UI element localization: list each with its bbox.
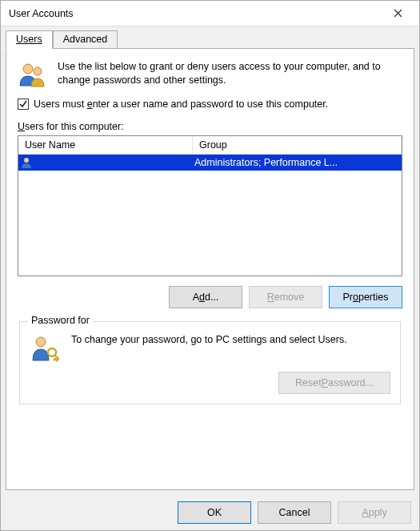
tab-label: Users xyxy=(16,34,42,45)
add-button[interactable]: Add... xyxy=(169,286,242,308)
list-header: User Name Group xyxy=(18,136,402,155)
key-user-icon xyxy=(30,333,60,364)
intro-text: Use the list below to grant or deny user… xyxy=(58,60,402,89)
svg-point-3 xyxy=(36,337,46,347)
reset-password-button: Reset Password... xyxy=(278,372,390,394)
ok-button[interactable]: OK xyxy=(178,501,251,524)
tabstrip: Users Advanced xyxy=(1,26,419,48)
list-buttons: Add... Remove Properties xyxy=(18,286,402,308)
close-icon xyxy=(394,9,402,18)
cancel-button[interactable]: Cancel xyxy=(258,501,331,524)
password-groupbox: Password for To change your password, go… xyxy=(19,321,401,404)
users-list-label: Users for this computer: xyxy=(18,121,402,132)
tab-content-users: Use the list below to grant or deny user… xyxy=(6,48,414,490)
password-legend: Password for xyxy=(28,315,93,326)
checkbox-icon xyxy=(18,99,29,110)
users-icon xyxy=(18,60,46,89)
dialog-buttons: OK Cancel Apply xyxy=(1,495,419,530)
intro-row: Use the list below to grant or deny user… xyxy=(18,60,402,89)
remove-button: Remove xyxy=(249,286,322,308)
apply-button: Apply xyxy=(338,501,411,524)
column-header-username[interactable]: User Name xyxy=(18,136,193,154)
svg-point-1 xyxy=(34,67,42,75)
properties-button[interactable]: Properties xyxy=(329,286,402,308)
tab-advanced[interactable]: Advanced xyxy=(53,30,118,49)
svg-point-2 xyxy=(24,158,29,163)
user-accounts-window: User Accounts Users Advanced Use the lis… xyxy=(0,0,420,531)
tab-label: Advanced xyxy=(63,34,108,45)
require-login-checkbox[interactable]: Users must enter a user name and passwor… xyxy=(18,99,402,110)
titlebar: User Accounts xyxy=(1,1,419,26)
window-title: User Accounts xyxy=(9,8,381,19)
cell-group: Administrators; Performance L... xyxy=(191,157,402,168)
close-button[interactable] xyxy=(381,2,414,26)
tab-users[interactable]: Users xyxy=(6,30,53,49)
table-row[interactable]: Administrators; Performance L... xyxy=(18,155,402,171)
column-header-group[interactable]: Group xyxy=(193,136,402,154)
svg-point-0 xyxy=(23,64,33,74)
require-login-label: Users must enter a user name and passwor… xyxy=(34,99,328,110)
user-icon xyxy=(20,156,33,169)
password-text: To change your password, go to PC settin… xyxy=(71,333,347,364)
users-list[interactable]: User Name Group Administrators; Performa… xyxy=(18,135,402,276)
